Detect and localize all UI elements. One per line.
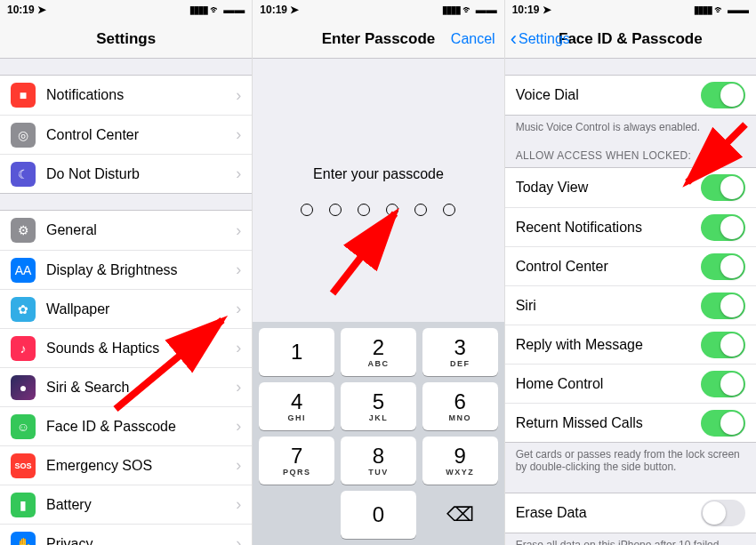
screenshot-passcode: 10:19 ➤ ▮▮▮▮ ᯤ ▬▬ Enter Passcode Cancel … xyxy=(252,0,503,545)
settings-row[interactable]: ☾Do Not Disturb› xyxy=(0,154,252,193)
toggle-switch[interactable] xyxy=(701,371,745,397)
key-number: 3 xyxy=(454,337,466,358)
toggle-row[interactable]: Recent Notifications xyxy=(505,207,756,246)
group-voice-dial: Voice Dial xyxy=(505,75,756,116)
section-header-allow-access: Allow Access When Locked: xyxy=(505,137,756,167)
row-label: Control Center xyxy=(46,127,236,143)
chevron-right-icon: › xyxy=(236,300,241,318)
signal-icon: ▮▮▮▮ xyxy=(189,4,207,16)
key-number: 0 xyxy=(373,504,384,525)
settings-row[interactable]: ♪Sounds & Haptics› xyxy=(0,328,252,367)
keypad-delete-button[interactable]: ⌫ xyxy=(422,491,498,539)
row-icon: ✿ xyxy=(11,297,36,322)
keypad-key-6[interactable]: 6MNO xyxy=(422,382,498,430)
battery-icon: ▬▬ xyxy=(476,4,497,16)
toggle-switch[interactable] xyxy=(701,174,745,201)
row-label: Return Missed Calls xyxy=(516,415,701,431)
key-number: 4 xyxy=(291,391,302,413)
chevron-right-icon: › xyxy=(236,417,241,436)
keypad-key-5[interactable]: 5JKL xyxy=(341,382,416,430)
status-bar: 10:19 ➤ ▮▮▮▮ ᯤ ▬▬ xyxy=(0,0,252,20)
settings-row[interactable]: ▮Battery› xyxy=(0,485,252,524)
settings-list: ■Notifications›◎Control Center›☾Do Not D… xyxy=(0,75,252,545)
toggle-switch[interactable] xyxy=(701,293,745,319)
toggle-row[interactable]: Today View xyxy=(505,168,756,207)
key-letters: WXYZ xyxy=(446,468,474,477)
battery-icon: ▬▬ xyxy=(728,4,749,16)
row-label: Reply with Message xyxy=(516,337,701,353)
erase-note: Erase all data on this iPhone after 10 f… xyxy=(505,533,756,545)
settings-row[interactable]: ■Notifications› xyxy=(0,76,252,115)
faceid-list: Voice Dial Music Voice Control is always… xyxy=(505,75,756,545)
key-letters: ABC xyxy=(367,359,389,368)
keypad-key-2[interactable]: 2ABC xyxy=(341,328,416,376)
keypad-key-4[interactable]: 4GHI xyxy=(259,382,334,430)
settings-row[interactable]: ☺Face ID & Passcode› xyxy=(0,406,252,445)
keypad-key-3[interactable]: 3DEF xyxy=(422,328,498,376)
row-label: Face ID & Passcode xyxy=(46,419,236,435)
settings-row[interactable]: ⚙General› xyxy=(0,211,252,250)
chevron-right-icon: › xyxy=(236,164,241,183)
settings-row[interactable]: ✿Wallpaper› xyxy=(0,289,252,328)
delete-icon: ⌫ xyxy=(446,503,474,526)
toggle-switch[interactable] xyxy=(701,253,745,280)
toggle-switch[interactable] xyxy=(701,410,745,437)
battery-icon: ▬▬ xyxy=(223,4,245,16)
toggle-switch[interactable] xyxy=(701,332,745,358)
row-icon: ■ xyxy=(11,83,36,108)
cancel-button[interactable]: Cancel xyxy=(451,31,495,47)
settings-row[interactable]: ●Siri & Search› xyxy=(0,367,252,406)
row-label: Voice Dial xyxy=(516,87,701,103)
row-icon: ♪ xyxy=(11,336,36,361)
row-voice-dial[interactable]: Voice Dial xyxy=(505,76,756,115)
passcode-dot xyxy=(329,204,342,216)
settings-group: ⚙General›AADisplay & Brightness›✿Wallpap… xyxy=(0,210,252,545)
row-label: Today View xyxy=(516,180,701,196)
settings-row[interactable]: ◎Control Center› xyxy=(0,115,252,154)
status-time: 10:19 ➤ xyxy=(7,4,46,16)
toggle-voice-dial[interactable] xyxy=(701,82,745,108)
toggle-switch[interactable] xyxy=(701,214,745,241)
toggle-row[interactable]: Home Control xyxy=(505,364,756,403)
row-label: Control Center xyxy=(516,259,701,275)
toggle-row[interactable]: Siri xyxy=(505,285,756,325)
chevron-right-icon: › xyxy=(236,339,241,357)
screenshot-settings: 10:19 ➤ ▮▮▮▮ ᯤ ▬▬ Settings ■Notification… xyxy=(0,0,252,545)
passcode-dots xyxy=(301,204,455,216)
row-icon: ◎ xyxy=(11,123,36,148)
chevron-right-icon: › xyxy=(236,495,241,514)
settings-row[interactable]: AADisplay & Brightness› xyxy=(0,250,252,289)
keypad-key-1[interactable]: 1 xyxy=(259,328,334,376)
keypad-key-7[interactable]: 7PQRS xyxy=(259,437,334,485)
keypad-key-8[interactable]: 8TUV xyxy=(341,437,416,485)
page-title: Face ID & Passcode xyxy=(559,30,703,48)
back-button[interactable]: ‹ Settings xyxy=(511,29,570,49)
row-icon: ⚙ xyxy=(11,218,36,243)
key-number: 5 xyxy=(373,391,384,413)
passcode-dot xyxy=(386,204,398,216)
toggle-row[interactable]: Reply with Message xyxy=(505,325,756,364)
keypad-spacer xyxy=(259,491,334,539)
location-icon: ➤ xyxy=(290,4,299,16)
settings-row[interactable]: SOSEmergency SOS› xyxy=(0,445,252,485)
toggle-erase-data[interactable] xyxy=(701,500,745,526)
row-label: Do Not Disturb xyxy=(46,166,236,182)
row-label: Battery xyxy=(46,497,236,513)
row-erase-data[interactable]: Erase Data xyxy=(505,493,756,533)
cards-note: Get cards or passes ready from the lock … xyxy=(505,443,756,477)
toggle-row[interactable]: Control Center xyxy=(505,246,756,285)
toggle-row[interactable]: Return Missed Calls xyxy=(505,403,756,442)
row-label: Siri & Search xyxy=(46,380,236,396)
keypad-key-0[interactable]: 0 xyxy=(341,491,416,539)
row-label: Home Control xyxy=(516,376,701,392)
key-letters: GHI xyxy=(287,413,306,422)
settings-row[interactable]: ✋Privacy› xyxy=(0,524,252,545)
keypad-key-9[interactable]: 9WXYZ xyxy=(422,437,498,485)
page-title: Enter Passcode xyxy=(322,30,436,48)
passcode-dot xyxy=(443,204,455,216)
signal-icon: ▮▮▮▮ xyxy=(694,4,712,16)
key-number: 8 xyxy=(373,445,384,467)
row-label: General xyxy=(46,222,236,238)
row-icon: ✋ xyxy=(11,532,36,546)
key-number: 1 xyxy=(291,341,302,363)
